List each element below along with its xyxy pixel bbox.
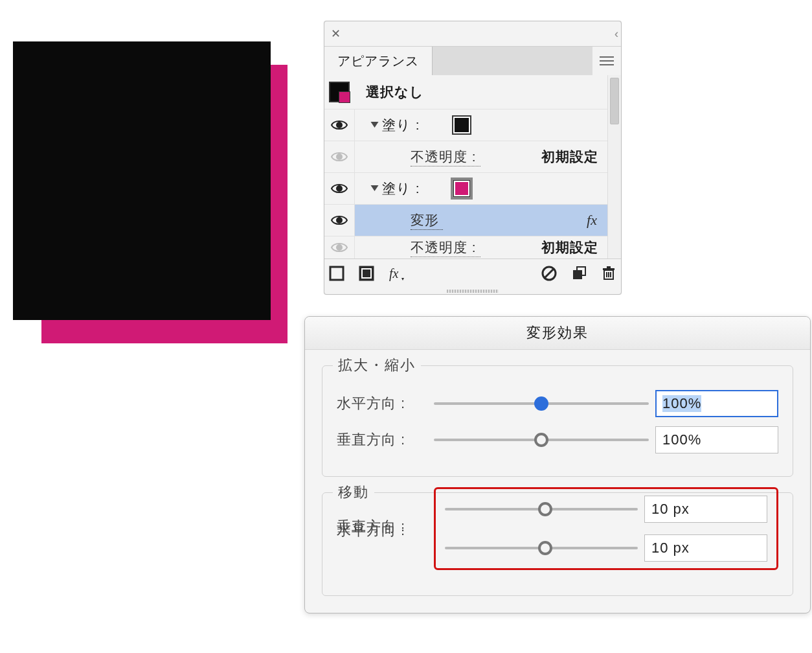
tab-appearance[interactable]: アピアランス	[324, 47, 433, 75]
move-group-legend: 移動	[333, 483, 374, 502]
selection-header-row: 選択なし	[324, 75, 607, 109]
fill2-opacity-row[interactable]: 不透明度 : 初期設定	[324, 236, 607, 258]
fill1-label: 塗り :	[382, 116, 424, 134]
svg-marker-7	[370, 185, 378, 191]
scroll-thumb[interactable]	[610, 78, 619, 124]
selection-header-label: 選択なし	[366, 83, 428, 101]
move-h-slider[interactable]	[445, 508, 638, 510]
scale-h-input[interactable]: 100%	[655, 390, 778, 417]
svg-point-9	[337, 245, 342, 250]
eye-icon	[331, 242, 348, 253]
move-v-slider[interactable]	[445, 547, 638, 549]
visibility-toggle[interactable]	[324, 205, 355, 236]
scale-h-label: 水平方向 :	[337, 394, 427, 413]
svg-text:▾: ▾	[401, 276, 404, 282]
opacity-label[interactable]: 不透明度 :	[411, 238, 480, 257]
svg-marker-4	[370, 122, 378, 128]
fill-row-1[interactable]: 塗り :	[324, 109, 607, 141]
panel-menu-button[interactable]	[592, 47, 621, 75]
svg-text:fx: fx	[389, 266, 399, 281]
front-rect	[13, 41, 271, 320]
scale-v-input[interactable]: 100%	[655, 426, 778, 453]
svg-line-16	[545, 269, 554, 278]
panel-tabs: アピアランス	[324, 47, 621, 75]
scale-group-legend: 拡大・縮小	[333, 356, 421, 375]
opacity-value: 初期設定	[541, 148, 607, 166]
add-fill-button[interactable]	[357, 264, 376, 283]
chevron-down-icon[interactable]	[367, 185, 382, 192]
duplicate-item-button[interactable]	[569, 264, 589, 283]
fill1-opacity-row[interactable]: 不透明度 : 初期設定	[324, 141, 607, 172]
eye-icon	[331, 214, 348, 226]
panel-resize-handle[interactable]	[324, 288, 621, 294]
visibility-toggle[interactable]	[324, 236, 355, 258]
fx-badge[interactable]: fx	[587, 212, 607, 229]
move-horizontal-row: 水平方向 : 10 px 10 px	[337, 512, 778, 549]
scale-v-slider[interactable]	[434, 439, 649, 441]
move-h-input[interactable]: 10 px	[644, 496, 767, 523]
selection-thumb-icon	[329, 82, 350, 102]
delete-item-button[interactable]	[599, 264, 618, 283]
fill2-swatch[interactable]	[450, 180, 473, 197]
fill2-label: 塗り :	[382, 179, 424, 198]
appearance-list: 選択なし 塗り :	[324, 75, 607, 258]
eye-icon	[331, 151, 348, 163]
transform-effect-row[interactable]: 変形 fx	[324, 204, 607, 236]
clear-appearance-button[interactable]	[539, 264, 559, 283]
move-v-input[interactable]: 10 px	[644, 534, 767, 562]
opacity-value: 初期設定	[541, 238, 607, 257]
slider-knob[interactable]	[538, 541, 552, 555]
panel-titlebar[interactable]: ✕ ‹‹	[324, 21, 621, 47]
hamburger-icon	[600, 56, 614, 65]
svg-point-6	[337, 186, 342, 191]
svg-rect-23	[603, 268, 615, 270]
scale-v-label: 垂直方向 :	[337, 430, 427, 450]
scale-horizontal-row: 水平方向 : 100%	[337, 385, 778, 422]
scrollbar[interactable]	[607, 75, 621, 258]
svg-rect-24	[607, 266, 611, 268]
tab-label: アピアランス	[337, 52, 419, 70]
appearance-panel: ✕ ‹‹ アピアランス 選択なし	[324, 21, 622, 295]
slider-knob[interactable]	[534, 396, 548, 411]
transform-effect-dialog: 変形効果 拡大・縮小 水平方向 : 100% 垂直方向 : 100% 移動 水平…	[304, 316, 811, 613]
move-values-callout: 10 px 10 px	[434, 487, 778, 570]
opacity-label[interactable]: 不透明度 :	[411, 148, 480, 166]
transform-label[interactable]: 変形	[411, 211, 443, 230]
scale-vertical-row: 垂直方向 : 100%	[337, 422, 778, 458]
scale-group: 拡大・縮小 水平方向 : 100% 垂直方向 : 100%	[322, 365, 793, 477]
eye-icon	[331, 183, 348, 194]
slider-knob[interactable]	[538, 502, 552, 516]
scale-h-slider[interactable]	[434, 402, 649, 405]
add-effect-button[interactable]: fx▾	[387, 264, 406, 283]
svg-point-3	[337, 122, 342, 128]
svg-point-8	[337, 218, 342, 223]
visibility-toggle[interactable]	[324, 141, 355, 172]
chevron-down-icon[interactable]	[367, 122, 382, 128]
dialog-title: 変形効果	[305, 317, 810, 350]
eye-icon	[331, 119, 348, 131]
visibility-toggle[interactable]	[324, 109, 355, 141]
move-group: 移動 水平方向 : 10 px 10 px 垂直方向	[322, 492, 793, 596]
panel-footer: fx▾	[324, 258, 621, 288]
svg-rect-10	[330, 267, 343, 280]
svg-rect-12	[362, 269, 371, 278]
fill1-swatch[interactable]	[450, 115, 473, 135]
close-icon[interactable]: ✕	[331, 27, 341, 41]
move-h-label: 水平方向 :	[337, 521, 427, 540]
add-stroke-button[interactable]	[327, 264, 346, 283]
fill-row-2[interactable]: 塗り :	[324, 172, 607, 204]
slider-knob[interactable]	[534, 433, 548, 447]
svg-point-5	[337, 154, 342, 159]
visibility-toggle[interactable]	[324, 173, 355, 204]
